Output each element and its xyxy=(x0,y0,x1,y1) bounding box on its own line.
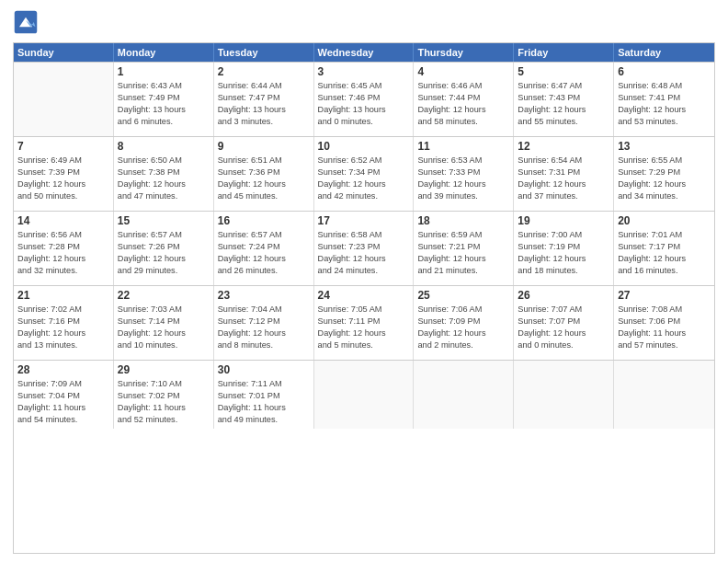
calendar-header: SundayMondayTuesdayWednesdayThursdayFrid… xyxy=(14,43,714,62)
calendar-cell: 11Sunrise: 6:53 AM Sunset: 7:33 PM Dayli… xyxy=(414,137,514,211)
weekday-header: Friday xyxy=(514,43,614,62)
day-number: 17 xyxy=(318,214,410,227)
day-info: Sunrise: 7:11 AM Sunset: 7:01 PM Dayligh… xyxy=(218,378,310,426)
calendar-cell: 1Sunrise: 6:43 AM Sunset: 7:49 PM Daylig… xyxy=(114,63,214,136)
calendar-cell: 17Sunrise: 6:58 AM Sunset: 7:23 PM Dayli… xyxy=(314,212,415,285)
calendar-cell: 24Sunrise: 7:05 AM Sunset: 7:11 PM Dayli… xyxy=(314,286,415,360)
day-number: 25 xyxy=(417,289,509,302)
day-number: 6 xyxy=(618,65,711,78)
header xyxy=(13,9,715,35)
day-info: Sunrise: 6:59 AM Sunset: 7:21 PM Dayligh… xyxy=(417,229,509,277)
day-info: Sunrise: 7:03 AM Sunset: 7:14 PM Dayligh… xyxy=(118,304,210,351)
day-info: Sunrise: 6:55 AM Sunset: 7:29 PM Dayligh… xyxy=(618,155,711,202)
day-number: 21 xyxy=(17,289,109,302)
calendar-cell: 2Sunrise: 6:44 AM Sunset: 7:47 PM Daylig… xyxy=(214,63,314,136)
day-info: Sunrise: 7:10 AM Sunset: 7:02 PM Dayligh… xyxy=(118,378,210,426)
logo-icon xyxy=(13,9,39,35)
day-number: 3 xyxy=(318,65,410,78)
day-info: Sunrise: 6:58 AM Sunset: 7:23 PM Dayligh… xyxy=(318,229,410,277)
weekday-header: Sunday xyxy=(14,43,114,62)
day-info: Sunrise: 7:04 AM Sunset: 7:12 PM Dayligh… xyxy=(218,304,310,351)
day-number: 11 xyxy=(417,140,509,153)
day-info: Sunrise: 7:08 AM Sunset: 7:06 PM Dayligh… xyxy=(618,304,711,351)
calendar-cell: 3Sunrise: 6:45 AM Sunset: 7:46 PM Daylig… xyxy=(314,63,415,136)
calendar-cell: 25Sunrise: 7:06 AM Sunset: 7:09 PM Dayli… xyxy=(414,286,514,360)
calendar-cell: 9Sunrise: 6:51 AM Sunset: 7:36 PM Daylig… xyxy=(214,137,314,211)
calendar-cell: 20Sunrise: 7:01 AM Sunset: 7:17 PM Dayli… xyxy=(614,212,714,285)
day-info: Sunrise: 6:54 AM Sunset: 7:31 PM Dayligh… xyxy=(518,155,609,202)
weekday-header: Monday xyxy=(114,43,214,62)
day-number: 9 xyxy=(218,140,310,153)
day-info: Sunrise: 7:05 AM Sunset: 7:11 PM Dayligh… xyxy=(318,304,410,351)
day-number: 22 xyxy=(118,289,210,302)
calendar-cell: 14Sunrise: 6:56 AM Sunset: 7:28 PM Dayli… xyxy=(14,212,114,285)
weekday-header: Tuesday xyxy=(214,43,314,62)
day-number: 15 xyxy=(118,214,210,227)
day-info: Sunrise: 6:57 AM Sunset: 7:26 PM Dayligh… xyxy=(118,229,210,277)
calendar-cell: 19Sunrise: 7:00 AM Sunset: 7:19 PM Dayli… xyxy=(514,212,614,285)
day-info: Sunrise: 7:07 AM Sunset: 7:07 PM Dayligh… xyxy=(518,304,609,351)
day-info: Sunrise: 6:53 AM Sunset: 7:33 PM Dayligh… xyxy=(417,155,509,202)
day-info: Sunrise: 6:52 AM Sunset: 7:34 PM Dayligh… xyxy=(318,155,410,202)
day-number: 14 xyxy=(17,214,109,227)
calendar-cell: 23Sunrise: 7:04 AM Sunset: 7:12 PM Dayli… xyxy=(214,286,314,360)
day-number: 5 xyxy=(518,65,609,78)
calendar-body: 1Sunrise: 6:43 AM Sunset: 7:49 PM Daylig… xyxy=(14,62,714,429)
day-number: 12 xyxy=(518,140,609,153)
calendar-cell: 10Sunrise: 6:52 AM Sunset: 7:34 PM Dayli… xyxy=(314,137,415,211)
calendar-cell: 18Sunrise: 6:59 AM Sunset: 7:21 PM Dayli… xyxy=(414,212,514,285)
calendar-cell xyxy=(614,361,714,429)
calendar-cell: 28Sunrise: 7:09 AM Sunset: 7:04 PM Dayli… xyxy=(14,361,114,429)
day-info: Sunrise: 6:56 AM Sunset: 7:28 PM Dayligh… xyxy=(17,229,109,277)
day-info: Sunrise: 6:43 AM Sunset: 7:49 PM Dayligh… xyxy=(118,80,210,128)
calendar-row: 1Sunrise: 6:43 AM Sunset: 7:49 PM Daylig… xyxy=(14,62,714,136)
day-info: Sunrise: 6:47 AM Sunset: 7:43 PM Dayligh… xyxy=(518,80,609,128)
calendar-cell: 29Sunrise: 7:10 AM Sunset: 7:02 PM Dayli… xyxy=(114,361,214,429)
day-number: 8 xyxy=(118,140,210,153)
day-number: 20 xyxy=(618,214,711,227)
day-number: 18 xyxy=(417,214,509,227)
calendar-cell: 21Sunrise: 7:02 AM Sunset: 7:16 PM Dayli… xyxy=(14,286,114,360)
page: SundayMondayTuesdayWednesdayThursdayFrid… xyxy=(0,0,728,563)
weekday-header: Saturday xyxy=(614,43,714,62)
day-info: Sunrise: 6:50 AM Sunset: 7:38 PM Dayligh… xyxy=(118,155,210,202)
calendar-row: 14Sunrise: 6:56 AM Sunset: 7:28 PM Dayli… xyxy=(14,211,714,285)
calendar-cell: 16Sunrise: 6:57 AM Sunset: 7:24 PM Dayli… xyxy=(214,212,314,285)
day-number: 16 xyxy=(218,214,310,227)
calendar-cell: 26Sunrise: 7:07 AM Sunset: 7:07 PM Dayli… xyxy=(514,286,614,360)
calendar-cell: 6Sunrise: 6:48 AM Sunset: 7:41 PM Daylig… xyxy=(614,63,714,136)
calendar-cell: 22Sunrise: 7:03 AM Sunset: 7:14 PM Dayli… xyxy=(114,286,214,360)
calendar-cell: 12Sunrise: 6:54 AM Sunset: 7:31 PM Dayli… xyxy=(514,137,614,211)
day-number: 30 xyxy=(218,363,310,376)
day-number: 29 xyxy=(118,363,210,376)
calendar-row: 7Sunrise: 6:49 AM Sunset: 7:39 PM Daylig… xyxy=(14,136,714,211)
day-number: 13 xyxy=(618,140,711,153)
logo xyxy=(13,9,42,35)
weekday-header: Thursday xyxy=(414,43,514,62)
day-info: Sunrise: 6:49 AM Sunset: 7:39 PM Dayligh… xyxy=(17,155,109,202)
calendar-cell: 7Sunrise: 6:49 AM Sunset: 7:39 PM Daylig… xyxy=(14,137,114,211)
calendar-cell: 5Sunrise: 6:47 AM Sunset: 7:43 PM Daylig… xyxy=(514,63,614,136)
calendar-cell: 13Sunrise: 6:55 AM Sunset: 7:29 PM Dayli… xyxy=(614,137,714,211)
calendar-cell: 8Sunrise: 6:50 AM Sunset: 7:38 PM Daylig… xyxy=(114,137,214,211)
calendar-cell xyxy=(514,361,614,429)
day-number: 10 xyxy=(318,140,410,153)
calendar-cell xyxy=(414,361,514,429)
day-info: Sunrise: 6:44 AM Sunset: 7:47 PM Dayligh… xyxy=(218,80,310,128)
calendar-cell: 30Sunrise: 7:11 AM Sunset: 7:01 PM Dayli… xyxy=(214,361,314,429)
day-number: 26 xyxy=(518,289,609,302)
calendar-cell xyxy=(14,63,114,136)
day-info: Sunrise: 6:46 AM Sunset: 7:44 PM Dayligh… xyxy=(417,80,509,128)
day-number: 2 xyxy=(218,65,310,78)
day-info: Sunrise: 6:51 AM Sunset: 7:36 PM Dayligh… xyxy=(218,155,310,202)
day-info: Sunrise: 7:09 AM Sunset: 7:04 PM Dayligh… xyxy=(17,378,109,426)
day-number: 24 xyxy=(318,289,410,302)
calendar-cell: 15Sunrise: 6:57 AM Sunset: 7:26 PM Dayli… xyxy=(114,212,214,285)
day-number: 7 xyxy=(17,140,109,153)
day-info: Sunrise: 7:00 AM Sunset: 7:19 PM Dayligh… xyxy=(518,229,609,277)
calendar-cell: 4Sunrise: 6:46 AM Sunset: 7:44 PM Daylig… xyxy=(414,63,514,136)
calendar-row: 21Sunrise: 7:02 AM Sunset: 7:16 PM Dayli… xyxy=(14,285,714,360)
day-number: 19 xyxy=(518,214,609,227)
day-number: 1 xyxy=(118,65,210,78)
calendar-cell xyxy=(314,361,415,429)
